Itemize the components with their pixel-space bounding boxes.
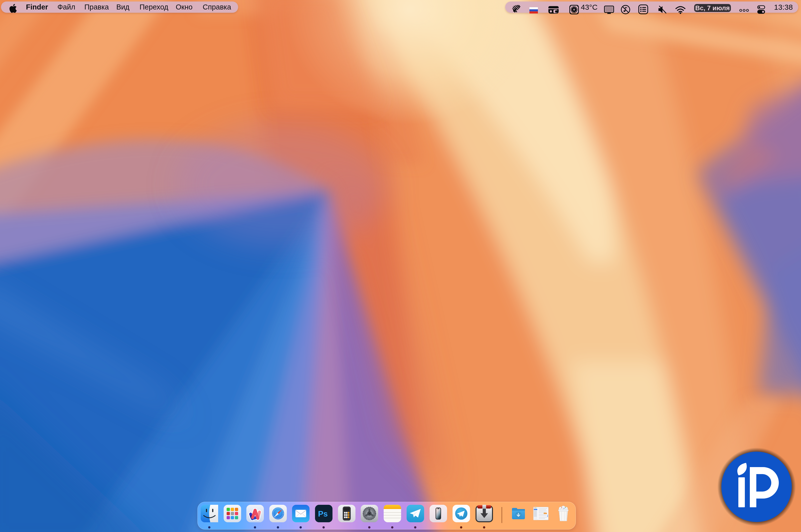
svg-text:Ps: Ps	[318, 509, 328, 518]
